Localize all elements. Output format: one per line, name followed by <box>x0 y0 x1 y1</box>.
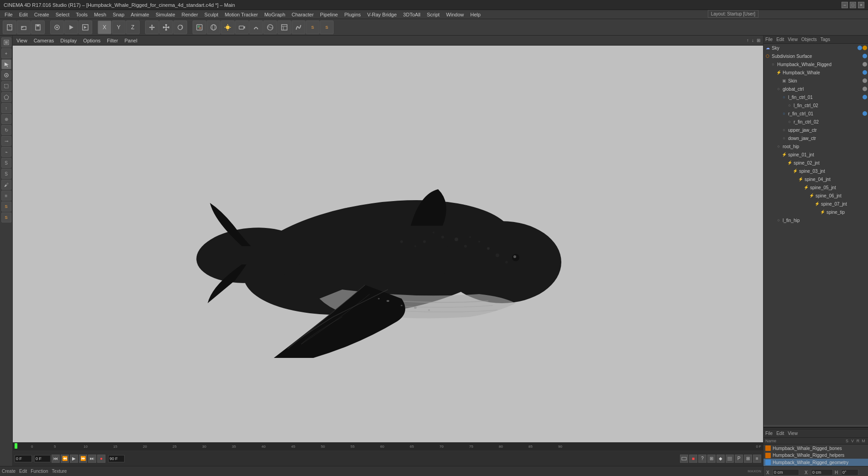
menu-tools[interactable]: Tools <box>73 11 90 18</box>
obj-subdivision-surface[interactable]: ⬡ Subdivision Surface <box>763 52 868 60</box>
mat-list-menu-edit[interactable]: Edit <box>776 431 784 436</box>
python-button[interactable]: S <box>306 21 319 34</box>
menu-mograph[interactable]: MoGraph <box>261 11 288 18</box>
menu-mesh[interactable]: Mesh <box>91 11 109 18</box>
vp-menu-filter[interactable]: Filter <box>105 37 120 44</box>
obj-global-ctrl[interactable]: ○ globat_ctrl <box>763 85 868 93</box>
mat-menu-edit[interactable]: Edit <box>19 469 27 474</box>
current-frame-input[interactable] <box>15 455 32 462</box>
go-prev-button[interactable]: ⏪ <box>61 455 69 463</box>
menu-select[interactable]: Select <box>53 11 73 18</box>
obj-dot-render[interactable] <box>863 46 867 50</box>
end-frame-input[interactable] <box>108 455 125 462</box>
obj-dot-6[interactable] <box>863 87 867 91</box>
snap-button[interactable]: + <box>1 48 11 58</box>
obj-r-fin-ctrl-01[interactable]: ○ r_fin_ctrl_01 <box>763 109 868 118</box>
magnet-button[interactable]: ⊸ <box>1 136 11 146</box>
shader-button[interactable] <box>207 21 220 34</box>
vp-menu-view[interactable]: View <box>15 37 29 44</box>
obj-dot-7[interactable] <box>863 95 867 99</box>
deformer-button[interactable] <box>249 21 263 34</box>
go-to-start-button[interactable]: ⏮ <box>52 455 60 463</box>
extrude-button[interactable]: S <box>1 169 11 179</box>
obj-l-fin-ctrl-01[interactable]: ○ l_fin_ctrl_01 <box>763 93 868 101</box>
scene-button[interactable] <box>277 21 291 34</box>
camera-button[interactable] <box>235 21 249 34</box>
motion-blur-button[interactable] <box>680 455 688 463</box>
coord-rot-h[interactable] <box>811 469 833 476</box>
viewport-nav-down[interactable]: ↓ <box>751 37 755 44</box>
menu-script[interactable]: Script <box>424 11 442 18</box>
question-button[interactable]: ? <box>698 455 706 463</box>
obj-spine-03[interactable]: ⚡ spine_03_jnt <box>763 167 868 175</box>
obj-spine-04[interactable]: ⚡ spine_04_jnt <box>763 175 868 183</box>
obj-skin[interactable]: ▣ Skin <box>763 77 868 85</box>
menu-simulate[interactable]: Simulate <box>153 11 178 18</box>
mode-model-button[interactable]: X <box>98 21 111 34</box>
menu-character[interactable]: Character <box>289 11 316 18</box>
tool-rotate-button[interactable] <box>173 21 187 34</box>
menu-edit[interactable]: Edit <box>16 11 31 18</box>
render-viewport-button[interactable] <box>78 21 92 34</box>
menu-motion-tracker[interactable]: Motion Tracker <box>222 11 261 18</box>
paint-button[interactable]: 🖌 <box>1 180 11 190</box>
rectangle-sel-button[interactable] <box>1 81 11 91</box>
mat-menu-texture[interactable]: Texture <box>52 469 67 474</box>
obj-menu-file[interactable]: File <box>765 37 773 42</box>
obj-dot-vis[interactable] <box>858 46 862 50</box>
obj-dot-4[interactable] <box>863 70 867 75</box>
powerslider-button[interactable]: P <box>735 455 743 463</box>
viewport[interactable] <box>13 46 763 442</box>
light-button[interactable] <box>221 21 235 34</box>
obj-sky[interactable]: ☁ Sky <box>763 44 868 52</box>
viewport-nav-expand[interactable]: ⊞ <box>756 37 761 44</box>
obj-dot-8[interactable] <box>863 111 867 116</box>
texture-tag-button[interactable] <box>193 21 206 34</box>
obj-spine-06[interactable]: ⚡ spine_06_jnt <box>763 191 868 200</box>
mat-menu-create[interactable]: Create <box>2 469 16 474</box>
mat-menu-function[interactable]: Function <box>31 469 48 474</box>
spline-button[interactable] <box>292 21 305 34</box>
nav-arrows-button[interactable]: ⊞ <box>707 455 716 463</box>
live-selection-button[interactable] <box>1 70 11 80</box>
obj-spine-tip[interactable]: ⚡ spine_tip <box>763 208 868 216</box>
obj-l-fin-ctrl-02[interactable]: ○ l_fin_ctrl_02 <box>763 101 868 109</box>
render-button[interactable] <box>64 21 78 34</box>
python-side-button[interactable]: S <box>1 202 11 212</box>
menu-animate[interactable]: Animate <box>128 11 152 18</box>
mode-points-button[interactable]: Y <box>112 21 125 34</box>
grid-button[interactable]: ⊞ <box>744 455 752 463</box>
obj-upper-jaw-ctr[interactable]: ○ upper_jaw_ctr <box>763 126 868 134</box>
window-controls[interactable]: – □ × <box>842 2 864 8</box>
menu-sculpt[interactable]: Sculpt <box>202 11 221 18</box>
menu-pipeline[interactable]: Pipeline <box>317 11 340 18</box>
render-preview-button[interactable] <box>50 21 64 34</box>
menu-create[interactable]: Create <box>31 11 52 18</box>
menu-file[interactable]: File <box>2 11 16 18</box>
python2-button[interactable]: S <box>320 21 334 34</box>
obj-menu-view[interactable]: View <box>788 37 798 42</box>
obj-r-fin-ctrl-02[interactable]: ○ r_fin_ctrl_02 <box>763 118 868 126</box>
tool-mode-button[interactable] <box>1 37 11 47</box>
polygon-sel-button[interactable] <box>1 92 11 102</box>
vp-menu-display[interactable]: Display <box>58 37 78 44</box>
obj-l-fin-hip[interactable]: ○ l_fin_hip <box>763 216 868 224</box>
mat-list-menu-view[interactable]: View <box>788 431 798 436</box>
menu-vray[interactable]: V-Ray Bridge <box>365 11 400 18</box>
obj-spine-01[interactable]: ⚡ spine_01_jnt <box>763 150 868 159</box>
move-tool-button[interactable]: ↑ <box>1 103 11 113</box>
new-scene-button[interactable] <box>3 21 16 34</box>
go-next-button[interactable]: ⏩ <box>79 455 87 463</box>
tool-move-button[interactable] <box>145 21 159 34</box>
stop-button[interactable]: ■ <box>689 455 697 463</box>
mat-list-menu-file[interactable]: File <box>765 431 773 436</box>
obj-spine-07[interactable]: ⚡ spine_07_jnt <box>763 200 868 208</box>
tool-scale-button[interactable] <box>159 21 173 34</box>
keyframe-button[interactable]: ◆ <box>716 455 725 463</box>
menu-render[interactable]: Render <box>179 11 201 18</box>
python-side2-button[interactable]: S <box>1 212 11 222</box>
scale-tool-button[interactable]: ⊕ <box>1 114 11 124</box>
menu-3dtoall[interactable]: 3DToAll <box>400 11 423 18</box>
obj-humpback-whale[interactable]: ⚡ Humpback_Whale <box>763 68 868 77</box>
layer-timeline-button[interactable]: ≡ <box>753 455 761 463</box>
